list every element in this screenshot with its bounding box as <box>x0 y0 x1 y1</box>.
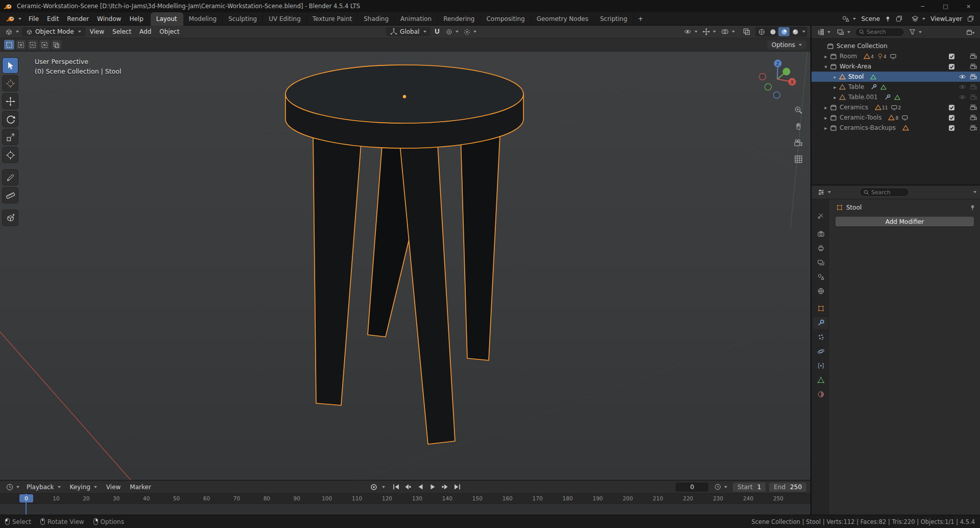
scene-name[interactable]: Scene <box>859 15 882 22</box>
expand-icon[interactable]: ▸ <box>823 125 829 131</box>
outliner-row-ceramics[interactable]: ▸ Ceramics 11 2 <box>811 102 980 112</box>
select-mode-intersect-button[interactable] <box>51 40 61 50</box>
playback-menu[interactable]: Playback <box>22 484 65 491</box>
play-reverse-button[interactable] <box>415 482 426 492</box>
tool-rotate[interactable] <box>3 111 18 127</box>
breadcrumb-object-name[interactable]: Stool <box>846 204 862 211</box>
menu-view[interactable]: View <box>86 28 108 35</box>
tool-add-cube[interactable] <box>3 210 18 225</box>
expand-icon[interactable]: ▸ <box>832 95 838 100</box>
stool-leg[interactable] <box>313 132 362 405</box>
tab-object[interactable] <box>813 302 829 315</box>
gizmo-minus-y-axis[interactable] <box>765 84 772 90</box>
tab-view-layer[interactable] <box>813 256 829 269</box>
outliner-row-table-001[interactable]: ▸ Table.001 <box>811 92 980 102</box>
outliner-filter-dropdown[interactable] <box>907 28 924 36</box>
shading-rendered-button[interactable] <box>790 27 801 36</box>
disable-render-toggle[interactable] <box>968 114 978 121</box>
pan-hand-button[interactable] <box>792 120 804 132</box>
orthographic-toggle-button[interactable] <box>792 153 804 165</box>
select-mode-invert-button[interactable] <box>39 40 50 50</box>
camera-view-button[interactable] <box>792 136 804 149</box>
outliner-row-stool[interactable]: ▸ Stool <box>811 72 980 82</box>
snap-target-dropdown[interactable] <box>444 28 461 36</box>
collapse-icon[interactable]: ▾ <box>823 64 829 70</box>
tab-world[interactable] <box>813 284 829 297</box>
keying-menu[interactable]: Keying <box>66 484 101 491</box>
hide-viewport-toggle[interactable] <box>957 74 968 80</box>
tab-particles[interactable] <box>813 330 829 343</box>
shading-wireframe-button[interactable] <box>756 27 767 36</box>
workspace-tab-compositing[interactable]: Compositing <box>481 12 531 26</box>
play-button[interactable] <box>427 482 439 492</box>
tab-constraints[interactable] <box>813 359 829 372</box>
tab-render[interactable] <box>813 227 829 240</box>
view-menu[interactable]: View <box>102 484 125 491</box>
playhead-badge[interactable]: 0 <box>19 494 33 502</box>
tab-material[interactable] <box>813 387 829 401</box>
expand-icon[interactable]: ▸ <box>823 105 829 110</box>
options-dropdown[interactable]: Options <box>767 40 806 50</box>
frame-end-field[interactable]: End250 <box>769 483 806 492</box>
maximize-button[interactable]: □ <box>934 0 957 12</box>
disable-render-toggle[interactable] <box>968 84 978 90</box>
jump-to-start-button[interactable] <box>390 482 402 492</box>
disable-render-toggle[interactable] <box>968 63 978 70</box>
properties-options-dropdown[interactable] <box>973 191 976 193</box>
pin-icon[interactable] <box>970 204 975 211</box>
frame-start-field[interactable]: Start1 <box>733 483 766 492</box>
tab-object-data[interactable] <box>813 373 829 386</box>
tool-measure[interactable] <box>3 188 18 203</box>
shading-dropdown[interactable] <box>802 31 805 33</box>
expand-icon[interactable]: ▸ <box>832 74 838 80</box>
disable-render-toggle[interactable] <box>968 53 978 59</box>
menu-file[interactable]: File <box>25 15 43 22</box>
mode-dropdown[interactable]: Object Mode <box>22 27 85 36</box>
orientation-dropdown[interactable]: Global <box>386 27 431 36</box>
add-modifier-button[interactable]: Add Modifier <box>835 217 974 226</box>
current-frame-field[interactable]: 0 <box>676 483 708 492</box>
exclude-checkbox[interactable] <box>946 63 957 70</box>
outliner-editor-type-button[interactable] <box>815 28 832 37</box>
viewport-scene[interactable] <box>0 52 810 480</box>
gizmos-dropdown[interactable] <box>701 27 718 36</box>
disable-render-toggle[interactable] <box>968 94 978 100</box>
outliner-row-ceramic-tools[interactable]: ▸ Ceramic-Tools 8 <box>811 112 980 123</box>
xray-toggle[interactable] <box>741 27 752 36</box>
disable-render-toggle[interactable] <box>968 104 978 110</box>
menu-window[interactable]: Window <box>93 15 125 22</box>
outliner-row-table[interactable]: ▸ Table <box>811 82 980 92</box>
shading-solid-button[interactable] <box>767 27 778 36</box>
expand-icon[interactable]: ▸ <box>823 54 829 59</box>
outliner-row-scene-collection[interactable]: Scene Collection <box>811 41 980 51</box>
tab-scene[interactable] <box>813 270 829 283</box>
viewlayer-browse-button[interactable] <box>910 15 927 22</box>
workspace-tab-modeling[interactable]: Modeling <box>183 12 223 26</box>
properties-editor-type-button[interactable] <box>816 188 833 197</box>
select-mode-extend-button[interactable] <box>16 40 26 50</box>
new-viewlayer-button[interactable] <box>965 15 976 22</box>
exclude-checkbox[interactable] <box>946 53 957 60</box>
add-workspace-button[interactable]: + <box>633 15 648 22</box>
pin-scene-button[interactable] <box>883 16 893 22</box>
outliner-display-mode-button[interactable] <box>835 28 852 37</box>
exclude-checkbox[interactable] <box>946 114 957 121</box>
exclude-checkbox[interactable] <box>946 125 957 131</box>
proportional-edit-dropdown[interactable] <box>462 28 479 36</box>
tab-modifiers[interactable] <box>813 316 829 329</box>
properties-search[interactable] <box>859 188 909 197</box>
select-mode-set-button[interactable] <box>4 40 14 50</box>
menu-edit[interactable]: Edit <box>43 15 63 22</box>
tool-scale[interactable] <box>3 129 18 145</box>
tool-transform[interactable] <box>3 147 18 163</box>
next-keyframe-button[interactable] <box>439 482 451 492</box>
gizmo-y-axis[interactable] <box>783 68 791 76</box>
tab-tool[interactable] <box>813 209 829 222</box>
zoom-button[interactable] <box>792 104 804 116</box>
workspace-tab-sculpting[interactable]: Sculpting <box>223 12 263 26</box>
editor-type-button[interactable] <box>3 27 21 37</box>
gizmo-minus-z-axis[interactable] <box>774 92 780 99</box>
tool-move[interactable] <box>3 94 18 109</box>
tool-cursor[interactable] <box>3 76 18 91</box>
marker-menu[interactable]: Marker <box>126 484 155 491</box>
